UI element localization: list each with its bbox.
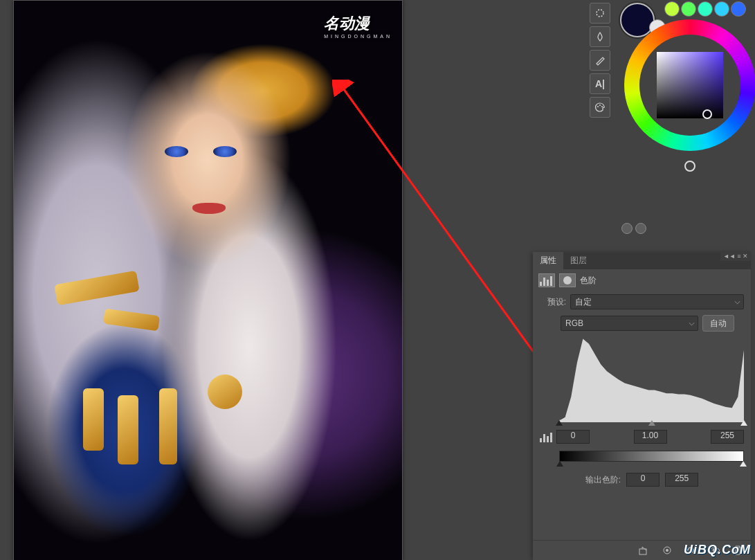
brush-icon — [594, 55, 606, 66]
color-prev-button[interactable] — [621, 223, 633, 234]
color-picker-panel — [616, 0, 755, 238]
preset-select[interactable]: 自定 — [570, 294, 744, 309]
input-gamma-field[interactable]: 1.00 — [634, 430, 667, 444]
artwork-armor-gold — [54, 271, 139, 305]
output-levels-gradient[interactable] — [559, 451, 744, 462]
histogram-svg — [559, 337, 744, 422]
preset-label: 预设: — [540, 296, 566, 308]
channel-value: RGB — [565, 318, 583, 328]
levels-adjustment-icon — [538, 273, 555, 287]
palette-icon — [594, 102, 606, 113]
artwork-watermark-logo: 名动漫 MINGDONGMAN — [324, 13, 392, 39]
levels-mini-icon — [540, 431, 554, 442]
artwork-armor-gold — [208, 374, 242, 409]
artwork-armor-gold — [103, 309, 160, 332]
logo-text: 名动漫 — [324, 15, 370, 32]
artwork-eye — [213, 146, 237, 157]
svg-point-2 — [599, 105, 601, 106]
artwork-illustration — [14, 1, 402, 560]
palette-tool[interactable] — [590, 97, 610, 118]
properties-panel: ◄◄ ≡ ✕ 属性 图层 色阶 预设: 自定 RGB 自动 — [533, 253, 751, 560]
trash-icon[interactable] — [731, 544, 744, 557]
layer-mask-icon[interactable] — [559, 273, 576, 287]
artwork-eye — [165, 146, 188, 157]
panel-tabs: 属性 图层 — [533, 253, 751, 269]
saturation-value-box[interactable] — [657, 52, 723, 118]
visibility-icon[interactable] — [708, 544, 720, 557]
svg-point-1 — [597, 106, 599, 107]
input-levels-slider[interactable] — [559, 420, 744, 427]
artwork-armor-gold — [159, 388, 177, 464]
blur-tool[interactable] — [590, 26, 610, 47]
document-canvas[interactable]: 名动漫 MINGDONGMAN — [13, 0, 403, 560]
clip-to-layer-icon[interactable] — [637, 544, 650, 557]
adjustment-header: 色阶 — [533, 269, 751, 291]
view-previous-icon[interactable] — [661, 544, 673, 557]
reset-icon[interactable] — [684, 544, 697, 557]
channel-row: RGB 自动 — [533, 312, 751, 334]
preset-value: 自定 — [575, 296, 592, 308]
panel-collapse-menu[interactable]: ◄◄ ≡ ✕ — [720, 251, 751, 261]
auto-button[interactable]: 自动 — [702, 315, 734, 332]
hue-marker[interactable] — [684, 161, 695, 172]
svg-point-8 — [713, 549, 716, 552]
output-black-handle[interactable] — [556, 461, 563, 467]
text-tool-icon: A| — [595, 78, 605, 89]
vertical-toolbar: A| — [590, 0, 612, 118]
output-white-handle[interactable] — [740, 461, 747, 467]
logo-subtext: MINGDONGMAN — [324, 34, 392, 39]
output-label: 输出色阶: — [585, 474, 621, 486]
tab-properties[interactable]: 属性 — [533, 252, 563, 269]
preset-row: 预设: 自定 — [533, 291, 751, 312]
input-white-field[interactable]: 255 — [711, 430, 744, 444]
blur-icon — [594, 31, 606, 42]
recent-color[interactable] — [664, 1, 680, 17]
white-point-handle[interactable] — [740, 420, 747, 426]
artwork-armor-gold — [83, 388, 104, 451]
histogram-area — [559, 337, 744, 420]
svg-point-3 — [601, 106, 603, 107]
spot-heal-tool[interactable] — [590, 3, 610, 24]
artwork-lips — [192, 203, 226, 214]
artwork-armor-gold — [118, 395, 138, 464]
output-levels-row: 输出色阶: 0 255 — [533, 463, 751, 491]
svg-point-7 — [666, 549, 668, 552]
input-levels-values: 0 1.00 255 — [533, 427, 751, 446]
tab-layers[interactable]: 图层 — [563, 252, 594, 269]
input-black-field[interactable]: 0 — [556, 430, 590, 444]
brush-tool[interactable] — [590, 50, 610, 71]
recent-color[interactable] — [731, 1, 746, 17]
histogram-chart[interactable] — [559, 337, 744, 420]
gamma-handle[interactable] — [648, 420, 655, 426]
sv-marker[interactable] — [702, 109, 712, 119]
output-white-field[interactable]: 255 — [665, 473, 698, 487]
recent-color[interactable] — [698, 1, 713, 17]
output-black-field[interactable]: 0 — [626, 473, 660, 487]
spot-heal-icon — [594, 8, 606, 19]
hue-wheel[interactable] — [624, 19, 755, 151]
black-point-handle[interactable] — [556, 420, 563, 426]
adjustment-title: 色阶 — [580, 275, 597, 287]
recent-color[interactable] — [714, 1, 729, 17]
text-tool[interactable]: A| — [590, 73, 610, 94]
channel-select[interactable]: RGB — [561, 316, 698, 331]
recent-colors-row — [664, 1, 746, 17]
recent-color[interactable] — [681, 1, 696, 17]
panel-footer — [533, 540, 751, 560]
color-play-button[interactable] — [635, 223, 646, 234]
svg-point-0 — [597, 10, 603, 17]
